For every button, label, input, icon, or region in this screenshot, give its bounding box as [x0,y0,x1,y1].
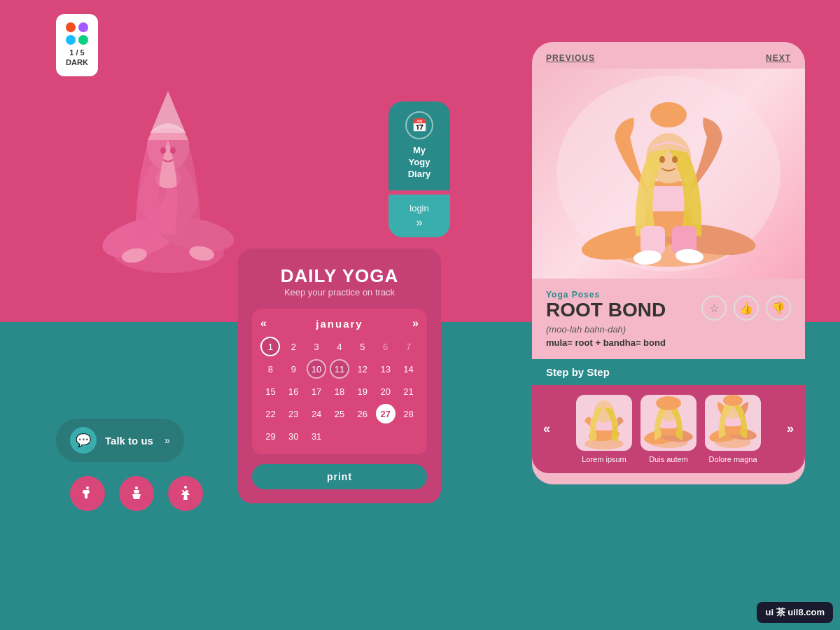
figma-dots [66,22,88,45]
svg-point-20 [650,102,687,127]
cal-day-16[interactable]: 16 [284,382,303,401]
pose-info: Yoga Poses ROOT BOND (moo-lah bahn-dah) … [532,279,805,359]
calendar-month: january [316,318,363,330]
cal-day-4[interactable]: 4 [330,337,349,356]
svg-rect-24 [640,226,665,254]
pose-actions: ☆ 👍 👎 [701,295,791,321]
watermark-prefix: ui 茶 [765,607,785,617]
cal-day-31[interactable]: 31 [307,426,326,446]
svg-point-39 [656,396,681,410]
cal-day-14[interactable]: 14 [399,359,419,379]
sidebar-nav: 📅 My Yogy Diary login » [388,102,450,237]
cal-day-15[interactable]: 15 [260,382,280,401]
star-button[interactable]: ☆ [701,295,727,321]
dot-blue [66,35,76,45]
meaning-word-2: bandha [603,337,636,348]
cal-day-27[interactable]: 27 [376,404,396,424]
pose-figure-svg [532,69,805,279]
pose-meaning: mula= root + bandha= bond [546,337,666,348]
bottom-icons [70,476,203,511]
svg-point-9 [170,147,176,154]
svg-point-23 [672,156,678,163]
cal-day-3[interactable]: 3 [307,337,326,356]
figma-badge: 1 / 5 DARK [56,14,98,76]
nav-arrows: » [416,216,423,229]
cal-day-30[interactable]: 30 [284,426,303,446]
talk-label: Talk to us [105,435,153,447]
prev-link[interactable]: PREVIOUS [546,53,595,63]
login-label: login [410,203,428,214]
step-figure-1 [576,395,632,451]
step-next[interactable]: » [787,421,794,436]
like-button[interactable]: 👍 [734,295,759,321]
cal-day-11[interactable]: 11 [330,359,349,379]
chat-icon: 💬 [70,427,97,454]
cal-day-22[interactable]: 22 [260,404,280,424]
cal-day-12[interactable]: 12 [353,359,372,379]
step-label-2: Duis autem [649,455,688,463]
calendar-grid: 1 2 3 4 5 6 7 8 9 10 11 12 13 14 15 16 1… [260,337,419,446]
cal-day-26[interactable]: 26 [353,404,372,424]
watermark: ui 茶 uil8.com [757,602,833,623]
calendar-next[interactable]: » [412,317,419,330]
cal-day-28[interactable]: 28 [399,404,419,424]
calendar-card: DAILY YOGA Keep your practice on track «… [238,248,441,503]
yoga-icon-3[interactable] [168,476,203,511]
cal-day-1[interactable]: 1 [260,337,280,356]
cal-day-25[interactable]: 25 [330,404,349,424]
step-figure-3 [705,395,761,451]
step-label-1: Lorem ipsum [582,455,626,463]
cal-day-5[interactable]: 5 [353,337,372,356]
cal-day-17[interactable]: 17 [307,382,326,401]
yoga-pose-card: PREVIOUS NEXT [532,42,805,484]
cal-day-7[interactable]: 7 [399,337,419,356]
nav-diary[interactable]: 📅 My Yogy Diary [388,102,450,190]
dislike-button[interactable]: 👎 [766,295,791,321]
card-navigation: PREVIOUS NEXT [532,42,805,69]
cal-day-19[interactable]: 19 [353,382,372,401]
print-button[interactable]: print [252,464,427,489]
calendar-title: DAILY YOGA [252,265,427,287]
cal-day-2[interactable]: 2 [284,337,303,356]
yoga-icon-2[interactable] [119,476,154,511]
svg-point-46 [723,395,743,406]
pose-name: ROOT BOND [546,300,666,321]
next-link[interactable]: NEXT [766,53,791,63]
watermark-domain: uil8.com [788,607,825,617]
cal-day-10[interactable]: 10 [307,359,326,379]
step-figures: Lorem ipsum Du [557,395,780,463]
svg-point-13 [184,486,187,489]
yoga-icon-1[interactable] [70,476,105,511]
pose-phonetic: (moo-lah bahn-dah) [546,324,666,335]
dot-red [66,22,76,32]
calendar-subtitle: Keep your practice on track [252,287,427,298]
svg-point-12 [135,486,138,489]
diary-label: My Yogy Diary [408,145,431,181]
meaning-sep-1: = root + [567,337,603,348]
pose-category: Yoga Poses [546,290,666,300]
dot-purple [78,22,88,32]
cal-day-23[interactable]: 23 [284,404,303,424]
cal-day-29[interactable]: 29 [260,426,280,446]
calendar-prev[interactable]: « [260,317,267,330]
step-prev[interactable]: « [543,421,550,436]
step-label-3: Dolore magna [708,455,757,463]
cal-day-20[interactable]: 20 [376,382,396,401]
step-by-step-body: « Lorem ipsum [532,385,805,473]
yoga-figure-left [91,56,245,294]
step-item-1: Lorem ipsum [576,395,632,463]
step-by-step-header: Step by Step [532,359,805,385]
cal-day-18[interactable]: 18 [330,382,349,401]
cal-day-6[interactable]: 6 [376,337,396,356]
meaning-sep-2: = bond [636,337,666,348]
cal-day-24[interactable]: 24 [307,404,326,424]
talk-to-us-button[interactable]: 💬 Talk to us » [56,419,184,462]
cal-day-8[interactable]: 8 [260,359,280,379]
cal-day-9[interactable]: 9 [284,359,303,379]
cal-day-13[interactable]: 13 [376,359,396,379]
step-item-2: Duis autem [640,395,696,463]
cal-day-21[interactable]: 21 [399,382,419,401]
yoga-pose-image [532,69,805,279]
nav-login[interactable]: login » [388,195,450,237]
dot-green [78,35,88,45]
